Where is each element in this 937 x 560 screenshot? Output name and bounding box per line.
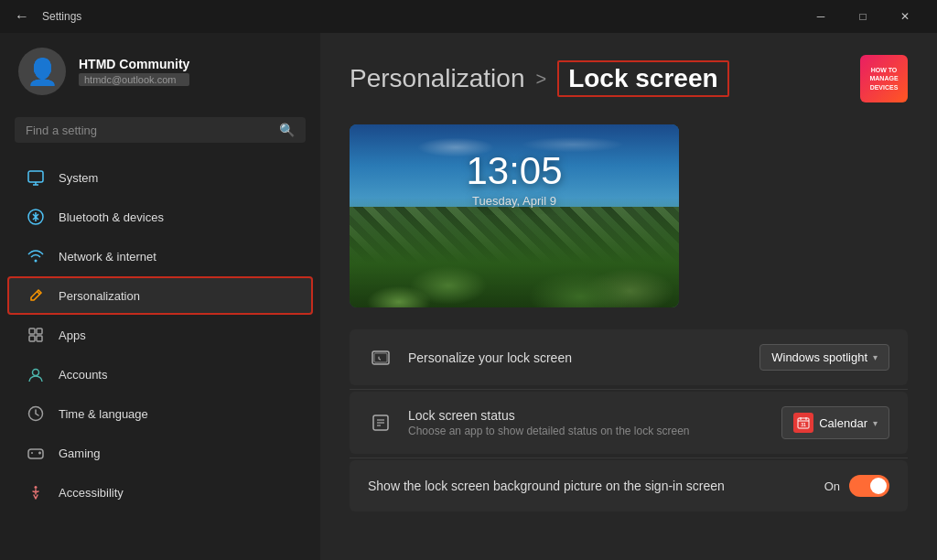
sidebar-item-label-bluetooth: Bluetooth & devices [59, 210, 164, 224]
sidebar-item-personalization[interactable]: Personalization [7, 276, 313, 315]
sidebar-item-label-network: Network & internet [59, 250, 156, 264]
breadcrumb-separator: > [535, 69, 546, 90]
svg-rect-11 [28, 449, 43, 458]
personalize-lock-screen-title: Personalize your lock screen [408, 350, 745, 365]
svg-rect-8 [37, 336, 42, 341]
lock-screen-personalize-icon [368, 345, 393, 371]
sidebar-item-label-personalization: Personalization [59, 289, 140, 303]
search-icon: 🔍 [279, 123, 295, 137]
svg-point-15 [35, 486, 38, 489]
user-email: htmdc@outlook.com [79, 73, 189, 86]
sidebar-item-time[interactable]: Time & language [7, 394, 313, 433]
search-box: 🔍 [15, 117, 306, 143]
svg-point-4 [35, 260, 38, 263]
sidebar-item-label-gaming: Gaming [59, 447, 101, 460]
lock-screen-status-subtitle: Choose an app to show detailed status on… [408, 425, 767, 437]
sidebar-item-system[interactable]: System [7, 158, 313, 197]
svg-text:31: 31 [801, 422, 806, 427]
sidebar-item-label-time: Time & language [59, 407, 148, 421]
lockscreen-time: 13:05 [466, 152, 562, 190]
apps-icon [26, 325, 46, 345]
lockscreen-date: Tuesday, April 9 [466, 194, 562, 208]
show-background-title: Show the lock screen background picture … [368, 479, 810, 493]
sidebar-item-bluetooth[interactable]: Bluetooth & devices [7, 198, 313, 236]
sidebar-item-accounts[interactable]: Accounts [7, 355, 313, 393]
svg-point-9 [33, 370, 39, 376]
sidebar-item-network[interactable]: Network & internet [7, 237, 313, 275]
avatar: 👤 [18, 48, 66, 95]
breadcrumb: Personalization > Lock screen HOW TOMANA… [350, 55, 908, 102]
lockscreen-moss [350, 198, 679, 307]
user-name: HTMD Community [79, 57, 189, 71]
logo-badge: HOW TOMANAGEDEVICES [860, 55, 908, 102]
bluetooth-icon [26, 207, 46, 227]
background-toggle[interactable] [849, 475, 889, 497]
breadcrumb-parent[interactable]: Personalization [350, 64, 524, 93]
lockscreen-background: 13:05 Tuesday, April 9 [350, 124, 679, 307]
toggle-on-label: On [824, 479, 840, 493]
lock-screen-status-dropdown[interactable]: 31 Calendar ▾ [781, 406, 889, 439]
nav-list: System Bluetooth & devices [0, 157, 320, 512]
minimize-button[interactable]: ─ [800, 0, 842, 33]
back-button[interactable]: ← [11, 5, 33, 27]
calendar-icon: 31 [793, 413, 813, 433]
dropdown-label-calendar: Calendar [819, 416, 867, 430]
lock-screen-status-text: Lock screen status Choose an app to show… [408, 408, 767, 437]
avatar-icon: 👤 [27, 57, 59, 87]
sidebar-item-label-accessibility: Accessibility [59, 486, 124, 500]
window-controls: ─ □ ✕ [800, 0, 926, 33]
main-container: 👤 HTMD Community htmdc@outlook.com 🔍 [0, 33, 937, 560]
lock-screen-status-row: Lock screen status Choose an app to show… [350, 392, 908, 454]
lockscreen-time-display: 13:05 Tuesday, April 9 [466, 152, 562, 208]
lock-screen-personalize-dropdown[interactable]: Windows spotlight ▾ [759, 344, 889, 371]
calendar-dropdown-arrow-icon: ▾ [873, 418, 878, 428]
personalize-lock-screen-row: Personalize your lock screen Windows spo… [350, 329, 908, 385]
dropdown-arrow-icon: ▾ [873, 352, 878, 362]
sidebar-item-label-apps: Apps [59, 328, 86, 342]
network-icon [26, 246, 46, 266]
sidebar-item-gaming[interactable]: Gaming [7, 434, 313, 472]
time-icon [26, 404, 46, 424]
show-background-row: Show the lock screen background picture … [350, 460, 908, 512]
personalize-lock-screen-text: Personalize your lock screen [408, 350, 745, 365]
maximize-button[interactable]: □ [842, 0, 884, 33]
user-profile[interactable]: 👤 HTMD Community htmdc@outlook.com [0, 33, 320, 110]
show-background-control: On [824, 475, 889, 497]
sidebar-item-apps[interactable]: Apps [7, 316, 313, 354]
divider-1 [350, 389, 908, 390]
toggle-thumb [870, 478, 887, 494]
svg-rect-6 [37, 328, 42, 334]
show-background-text: Show the lock screen background picture … [368, 479, 810, 493]
lock-screen-status-icon [368, 410, 393, 436]
close-button[interactable]: ✕ [884, 0, 926, 33]
titlebar-title: Settings [42, 10, 800, 23]
accessibility-icon [26, 482, 46, 502]
user-info: HTMD Community htmdc@outlook.com [79, 57, 189, 86]
svg-rect-17 [374, 353, 387, 362]
lockscreen-preview: 13:05 Tuesday, April 9 [350, 124, 679, 307]
sidebar-item-label-system: System [59, 171, 98, 185]
lock-screen-status-control[interactable]: 31 Calendar ▾ [781, 406, 889, 439]
search-container: 🔍 [0, 110, 320, 157]
breadcrumb-current: Lock screen [557, 60, 728, 97]
accounts-icon [26, 364, 46, 384]
search-input[interactable] [26, 124, 272, 137]
system-icon [26, 167, 46, 188]
sidebar: 👤 HTMD Community htmdc@outlook.com 🔍 [0, 33, 320, 560]
dropdown-label-spotlight: Windows spotlight [771, 350, 867, 364]
divider-2 [350, 458, 908, 458]
svg-rect-7 [29, 336, 35, 341]
gaming-icon [26, 443, 46, 463]
sidebar-item-accessibility[interactable]: Accessibility [7, 473, 313, 512]
sidebar-item-label-accounts: Accounts [59, 368, 107, 382]
personalize-lock-screen-control[interactable]: Windows spotlight ▾ [759, 344, 889, 371]
svg-rect-0 [28, 171, 43, 182]
content-area: Personalization > Lock screen HOW TOMANA… [320, 33, 937, 560]
titlebar: ← Settings ─ □ ✕ [0, 0, 937, 33]
personalization-icon [26, 285, 46, 306]
svg-rect-5 [29, 328, 35, 334]
lock-screen-status-title: Lock screen status [408, 408, 767, 423]
svg-point-14 [31, 452, 33, 454]
